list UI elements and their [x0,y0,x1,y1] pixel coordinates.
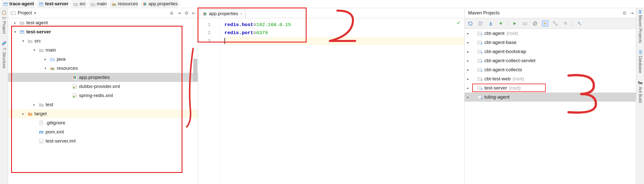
tree-row[interactable]: ▾test-server [8,27,198,36]
maven-icon: m [638,10,642,14]
show-dependencies-icon[interactable] [552,20,559,27]
svg-rect-33 [40,141,43,143]
chevron-icon[interactable]: ▸ [467,95,472,99]
tree-row[interactable]: app.properties [8,73,198,82]
chevron-icon[interactable]: ▸ [12,21,18,25]
maven-tree-row[interactable]: ▸mtest-server (root) [465,83,636,93]
maven-module-label: cbt-agent [484,31,504,36]
chevron-icon[interactable]: ▸ [20,112,26,116]
svg-rect-17 [53,68,54,70]
tree-row[interactable]: xmldubbo-provider.xml [8,82,198,91]
breadcrumb-label: main [97,1,107,7]
side-tab-project[interactable]: 📋 1: Project [1,9,7,35]
iml-icon [39,138,44,144]
settings-gear-icon[interactable]: ⚙ [622,10,627,16]
code-area[interactable]: redis.host=192.168.0.15 redis.port=6379 [221,18,464,184]
tree-row[interactable]: ▸target [8,109,198,118]
scroll-to-source-icon[interactable]: ⊕ [170,10,174,16]
chevron-icon[interactable]: ▸ [31,103,37,107]
chevron-icon[interactable]: ▸ [467,40,472,44]
tree-row[interactable]: ▾src [8,36,198,45]
maven-tree-row[interactable]: ▸mcbt-agent-base [465,38,636,47]
maven-tree[interactable]: ▸mcbt-agent (root)▸mcbt-agent-base▸mcbt-… [465,29,636,184]
chevron-icon[interactable]: ▾ [20,39,26,43]
maven-module-hint: (root) [506,31,518,36]
maven-tree-row[interactable]: ▸mcbt-agent (root) [465,29,636,38]
tree-row[interactable]: test-server.iml [8,136,198,146]
breadcrumb-item[interactable]: test-server [37,1,71,7]
editor-body[interactable]: 1 2 3 redis.host=192.168.0.15 redis.port… [198,18,464,184]
chevron-icon[interactable]: ▸ [43,57,48,61]
side-tab-ant[interactable]: 🐜 Ant Build [637,79,643,104]
toggle-skip-tests-icon[interactable] [532,20,538,27]
hide-panel-icon[interactable]: ⇤ [192,10,196,16]
breadcrumb-item[interactable]: src [72,1,88,7]
editor-tab-app-properties[interactable]: app.properties × [200,9,245,18]
chevron-icon[interactable]: ▸ [467,50,472,54]
tree-row[interactable]: ▸test [8,100,198,109]
chevron-icon[interactable]: ▸ [467,77,472,81]
code-line: redis.port=6379 [224,29,464,37]
svg-rect-37 [205,12,206,15]
maven-module-icon: m [474,49,482,54]
side-tab-label: Maven Projects [638,15,642,43]
breadcrumb-item[interactable]: main [89,1,109,7]
chevron-icon[interactable]: ▾ [43,66,48,70]
close-tab-icon[interactable]: × [240,12,242,16]
chevron-icon[interactable]: ▸ [467,86,472,90]
chevron-icon[interactable]: ▾ [31,48,37,52]
maven-module-hint: (root) [509,85,521,91]
chevron-icon[interactable]: ▸ [467,59,472,63]
settings-gear-icon[interactable]: ⚙ [184,10,188,16]
chevron-icon[interactable]: ▾ [12,30,18,34]
generate-sources-icon[interactable] [477,20,484,27]
chevron-icon[interactable]: ▸ [467,68,472,72]
tree-row[interactable]: xmlspring-redis.xml [8,91,198,100]
collapse-all-icon[interactable]: ⇥ [177,10,181,16]
maven-tree-row[interactable]: ▸mcbt-agent-collects [465,65,636,74]
tree-row[interactable]: ▸test-agent [8,18,198,27]
tree-label: resources [57,65,78,71]
project-tree[interactable]: ▸test-agent▾test-server▾src▾main▸java▾re… [8,18,198,184]
tree-row[interactable]: ▾main [8,45,198,55]
view-mode-chevron-icon[interactable]: ▾ [34,10,36,16]
breadcrumb-item[interactable]: trace-agent [2,1,37,7]
tree-row[interactable]: ▾resources [8,64,198,73]
add-maven-project-icon[interactable]: + [498,20,504,27]
maven-module-icon: m [474,77,482,81]
side-tab-structure[interactable]: 🧬 7: Structure [1,40,7,70]
scrollbar-thumb[interactable] [193,59,197,81]
maven-tool-window: Maven Projects ⚙ ⇥ + 🔧 ▸mcbt-agent (root… [465,8,636,184]
tree-row[interactable]: .gitignore [8,118,198,127]
maven-module-label: cbt-agent-collects [484,67,522,73]
maven-tree-row[interactable]: ▸mcbt-agent-collect-servlet [465,56,636,65]
line-number: 3 [198,37,211,45]
toggle-offline-icon[interactable] [542,20,548,27]
side-tab-maven[interactable]: m Maven Projects [637,9,643,44]
project-panel-title: Project [18,10,32,16]
toolbar-separator [572,20,573,27]
maven-tree-row[interactable]: ▸mtuling-agent [465,93,636,102]
file-icon [39,120,44,126]
svg-line-42 [534,22,536,25]
download-sources-icon[interactable] [487,20,494,27]
maven-tree-row[interactable]: ▸mcbt-agent-bootstrap [465,47,636,56]
breadcrumb-item[interactable]: resources [110,1,141,7]
editor-gutter: 1 2 3 [198,18,221,184]
maven-tree-row[interactable]: ▸mcbt-test-web (root) [465,74,636,83]
folder-icon [73,2,78,6]
chevron-icon[interactable]: ▸ [467,31,472,35]
side-tab-database[interactable]: 🗄 Database [637,49,643,74]
maven-settings-icon[interactable]: 🔧 [576,20,583,27]
execute-goal-icon[interactable] [522,20,528,27]
run-icon[interactable] [512,20,518,27]
tree-row[interactable]: ▸java [8,55,198,64]
project-view-icon [11,11,16,15]
svg-rect-28 [40,121,43,125]
collapse-all-icon[interactable] [562,20,569,27]
hide-panel-icon[interactable]: ⇥ [630,10,634,16]
tree-row[interactable]: mpom.xml [8,127,198,136]
refresh-icon[interactable] [467,20,474,27]
breadcrumb-item[interactable]: app.properties [141,1,180,7]
maven-module-label: cbt-agent-bootstrap [484,49,526,54]
